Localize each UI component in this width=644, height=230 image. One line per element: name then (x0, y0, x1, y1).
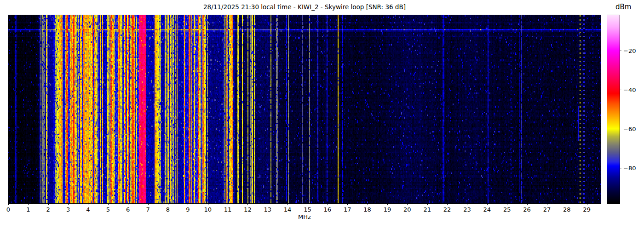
x-tick-mark (427, 203, 428, 205)
x-tick-mark (467, 203, 467, 205)
x-tick-mark (387, 203, 388, 205)
chart-title: 28/11/2025 21:30 local time - KIWI_2 - S… (8, 3, 601, 11)
x-tick-label: 12 (244, 206, 252, 213)
colorbar-frame (607, 15, 620, 204)
x-tick-mark (188, 203, 188, 205)
x-tick-label: 19 (384, 206, 391, 213)
x-tick-label: 17 (344, 206, 351, 213)
x-tick-mark (28, 203, 29, 205)
x-tick-mark (347, 203, 348, 205)
x-tick-label: 7 (146, 206, 150, 213)
x-tick-label: 0 (6, 206, 10, 213)
x-tick-label: 18 (363, 206, 371, 213)
x-tick-mark (148, 203, 149, 205)
x-tick-mark (288, 203, 288, 205)
x-tick-label: 21 (423, 206, 431, 213)
x-tick-mark (527, 203, 528, 205)
x-tick-mark (68, 203, 69, 205)
waterfall-canvas (8, 15, 601, 203)
x-tick-mark (128, 203, 128, 205)
colorbar-tick-label: −80 (623, 165, 636, 172)
x-tick-label: 27 (543, 206, 551, 213)
colorbar-tick-label: −60 (623, 126, 636, 132)
x-tick-mark (108, 203, 109, 205)
x-tick-label: 9 (186, 206, 190, 213)
x-tick-label: 2 (46, 206, 50, 213)
x-tick-label: 16 (324, 206, 332, 213)
x-axis-label: MHz (8, 213, 601, 220)
colorbar-tick-label: −40 (623, 86, 636, 93)
x-tick-label: 14 (284, 206, 292, 213)
x-tick-mark (8, 203, 9, 205)
x-tick-label: 20 (403, 206, 411, 213)
x-tick-label: 29 (583, 206, 591, 213)
x-tick-mark (168, 203, 168, 205)
colorbar-tick-mark (620, 90, 621, 90)
x-tick-mark (547, 203, 547, 205)
colorbar-tick-label: −20 (623, 47, 636, 54)
colorbar-tick-mark (620, 129, 621, 129)
x-tick-mark (407, 203, 408, 205)
x-tick-label: 8 (166, 206, 170, 213)
x-tick-mark (487, 203, 488, 205)
x-tick-label: 1 (26, 206, 30, 213)
x-tick-label: 4 (86, 206, 90, 213)
x-tick-label: 28 (563, 206, 571, 213)
x-tick-label: 25 (503, 206, 511, 213)
colorbar-tick-mark (620, 51, 621, 51)
x-tick-label: 26 (523, 206, 531, 213)
x-tick-mark (308, 203, 308, 205)
waterfall-plot-frame (8, 15, 601, 204)
x-tick-label: 15 (304, 206, 311, 213)
x-tick-mark (247, 203, 248, 205)
x-tick-label: 11 (224, 206, 232, 213)
x-tick-label: 22 (443, 206, 451, 213)
x-tick-mark (48, 203, 49, 205)
x-tick-mark (328, 203, 328, 205)
x-tick-mark (567, 203, 567, 205)
x-tick-label: 3 (66, 206, 70, 213)
x-tick-label: 13 (264, 206, 271, 213)
x-tick-mark (447, 203, 448, 205)
x-tick-mark (268, 203, 268, 205)
x-tick-mark (208, 203, 208, 205)
x-tick-label: 10 (204, 206, 212, 213)
x-tick-mark (368, 203, 368, 205)
x-tick-mark (507, 203, 507, 205)
colorbar-gradient-canvas (607, 15, 620, 203)
colorbar-tick-mark (620, 168, 621, 168)
spectrogram-figure: 28/11/2025 21:30 local time - KIWI_2 - S… (0, 0, 644, 230)
x-tick-mark (587, 203, 587, 205)
x-tick-label: 5 (106, 206, 110, 213)
x-tick-mark (228, 203, 228, 205)
x-tick-label: 23 (463, 206, 471, 213)
colorbar-unit-label: dBm (615, 3, 631, 11)
x-tick-label: 24 (483, 206, 491, 213)
x-tick-label: 6 (126, 206, 130, 213)
x-tick-mark (88, 203, 88, 205)
